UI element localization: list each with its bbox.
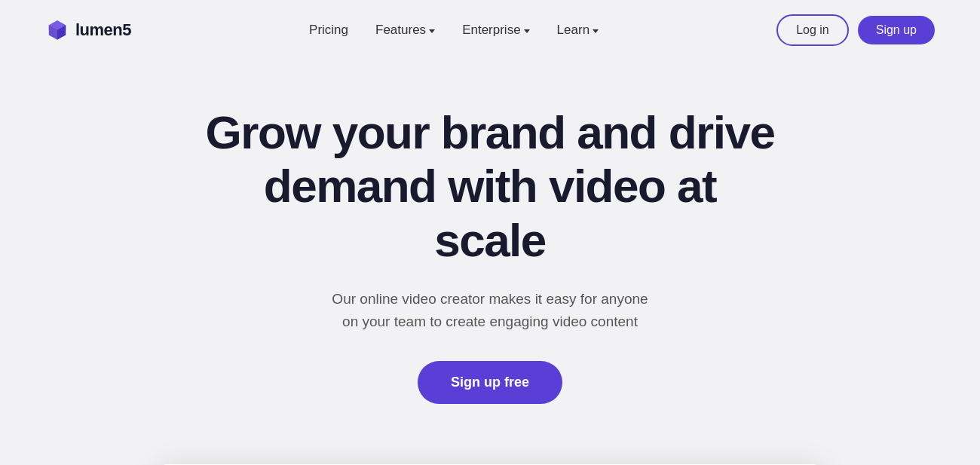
- logo-text: lumen5: [75, 20, 131, 40]
- hero-section: Grow your brand and drive demand with vi…: [0, 60, 980, 434]
- hero-subtitle: Our online video creator makes it easy f…: [332, 288, 648, 334]
- nav-pricing[interactable]: Pricing: [309, 23, 348, 38]
- nav-features[interactable]: Features: [375, 23, 435, 38]
- navbar: lumen5 Pricing Features Enterprise Learn…: [0, 0, 980, 60]
- nav-links: Pricing Features Enterprise Learn: [309, 23, 599, 38]
- signup-button[interactable]: Sign up: [858, 16, 935, 44]
- logo[interactable]: lumen5: [45, 18, 131, 42]
- lumen5-logo-icon: [45, 18, 69, 42]
- login-button[interactable]: Log in: [776, 14, 849, 46]
- features-chevron-icon: [429, 29, 435, 33]
- nav-enterprise[interactable]: Enterprise: [462, 23, 529, 38]
- enterprise-chevron-icon: [524, 29, 530, 33]
- hero-title: Grow your brand and drive demand with vi…: [204, 106, 776, 267]
- hero-cta-button[interactable]: Sign up free: [418, 361, 562, 404]
- nav-learn[interactable]: Learn: [557, 23, 599, 38]
- nav-buttons: Log in Sign up: [776, 14, 935, 46]
- learn-chevron-icon: [593, 29, 599, 33]
